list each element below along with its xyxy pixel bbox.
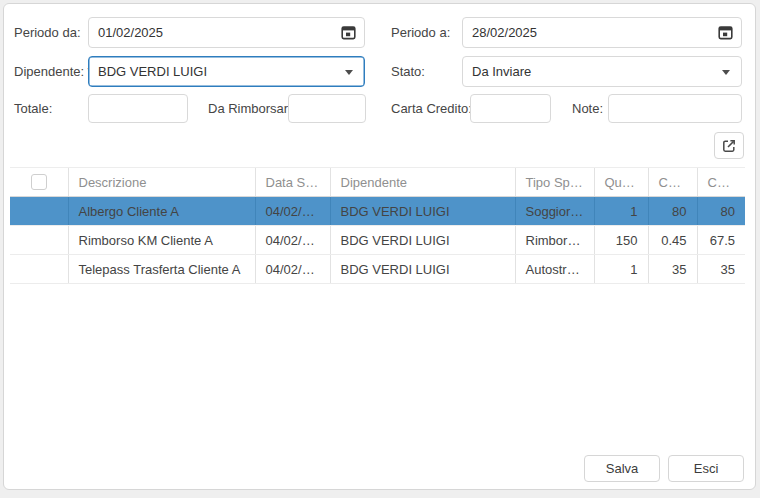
- totale-input[interactable]: [89, 95, 187, 122]
- chevron-down-icon[interactable]: [345, 70, 353, 75]
- cell-tipo-spesa[interactable]: Autostrada: [515, 255, 594, 284]
- cell-costo[interactable]: 80: [648, 197, 697, 226]
- cell-costo[interactable]: 0.45: [648, 226, 697, 255]
- row-select-cell[interactable]: [10, 197, 68, 226]
- periodo-a-input[interactable]: [463, 18, 741, 47]
- periodo-a-field[interactable]: [462, 17, 742, 48]
- column-header-quantita[interactable]: Quantita: [594, 168, 648, 197]
- stato-select[interactable]: [462, 56, 742, 87]
- cell-dipendente[interactable]: BDG VERDI LUIGI: [330, 255, 515, 284]
- column-header-descrizione[interactable]: Descrizione: [68, 168, 255, 197]
- cell-descrizione[interactable]: Telepass Trasferta Cliente A: [68, 255, 255, 284]
- note-field[interactable]: [608, 94, 742, 123]
- column-header-data-spesa[interactable]: Data Spesa: [255, 168, 330, 197]
- cell-costo[interactable]: 35: [648, 255, 697, 284]
- table-row[interactable]: Rimborso KM Cliente A 04/02/2025 BDG VER…: [10, 226, 745, 255]
- periodo-da-input[interactable]: [89, 18, 364, 47]
- table-row[interactable]: Albergo Cliente A 04/02/2025 BDG VERDI L…: [10, 197, 745, 226]
- esci-button[interactable]: Esci: [668, 455, 744, 482]
- cell-costo-totale[interactable]: 80: [697, 197, 745, 226]
- cell-descrizione[interactable]: Rimborso KM Cliente A: [68, 226, 255, 255]
- totale-label: Totale:: [14, 94, 52, 123]
- carta-credito-label: Carta Credito:: [391, 94, 472, 123]
- carta-credito-input[interactable]: [471, 95, 550, 122]
- cell-data-spesa[interactable]: 04/02/2025: [255, 226, 330, 255]
- export-button[interactable]: [714, 132, 744, 159]
- export-icon: [721, 138, 737, 154]
- chevron-down-icon[interactable]: [722, 70, 730, 75]
- periodo-da-field[interactable]: [88, 17, 365, 48]
- cell-tipo-spesa[interactable]: Rimborso T...: [515, 226, 594, 255]
- cell-costo-totale[interactable]: 35: [697, 255, 745, 284]
- column-header-costo[interactable]: Costo: [648, 168, 697, 197]
- cell-costo-totale[interactable]: 67.5: [697, 226, 745, 255]
- da-rimborsare-label: Da Rimborsare:: [208, 94, 299, 123]
- cell-tipo-spesa[interactable]: Soggiorno: [515, 197, 594, 226]
- totale-field[interactable]: [88, 94, 188, 123]
- select-all-cell: [10, 168, 68, 197]
- stato-label: Stato:: [391, 56, 425, 87]
- note-input[interactable]: [609, 95, 741, 122]
- da-rimborsare-input[interactable]: [289, 95, 365, 122]
- cell-quantita[interactable]: 1: [594, 255, 648, 284]
- note-label: Note:: [572, 94, 603, 123]
- expenses-table: Descrizione Data Spesa Dipendente Tipo S…: [10, 167, 745, 284]
- row-select-cell[interactable]: [10, 226, 68, 255]
- cell-descrizione[interactable]: Albergo Cliente A: [68, 197, 255, 226]
- cell-quantita[interactable]: 1: [594, 197, 648, 226]
- da-rimborsare-field[interactable]: [288, 94, 366, 123]
- salva-button[interactable]: Salva: [584, 455, 660, 482]
- periodo-a-label: Periodo a:: [391, 17, 450, 48]
- select-all-checkbox[interactable]: [31, 174, 47, 190]
- cell-data-spesa[interactable]: 04/02/2025: [255, 255, 330, 284]
- dipendente-input[interactable]: [89, 57, 364, 86]
- table-row[interactable]: Telepass Trasferta Cliente A 04/02/2025 …: [10, 255, 745, 284]
- periodo-da-label: Periodo da:: [14, 17, 81, 48]
- stato-input[interactable]: [463, 57, 741, 86]
- column-header-tipo-spesa[interactable]: Tipo Spesa: [515, 168, 594, 197]
- dipendente-label: Dipendente:*: [14, 56, 92, 87]
- cell-dipendente[interactable]: BDG VERDI LUIGI: [330, 197, 515, 226]
- calendar-icon[interactable]: [718, 25, 733, 40]
- row-select-cell[interactable]: [10, 255, 68, 284]
- column-header-costo-totale[interactable]: Costo ...: [697, 168, 745, 197]
- calendar-icon[interactable]: [341, 25, 356, 40]
- dipendente-label-text: Dipendente:: [14, 64, 84, 79]
- column-header-dipendente[interactable]: Dipendente: [330, 168, 515, 197]
- carta-credito-field[interactable]: [470, 94, 551, 123]
- cell-quantita[interactable]: 150: [594, 226, 648, 255]
- dipendente-select[interactable]: [88, 56, 365, 87]
- expense-form-panel: Periodo da: Periodo a: Dipendente:* Stat…: [3, 3, 756, 490]
- cell-dipendente[interactable]: BDG VERDI LUIGI: [330, 226, 515, 255]
- cell-data-spesa[interactable]: 04/02/2025: [255, 197, 330, 226]
- table-header-row: Descrizione Data Spesa Dipendente Tipo S…: [10, 168, 745, 197]
